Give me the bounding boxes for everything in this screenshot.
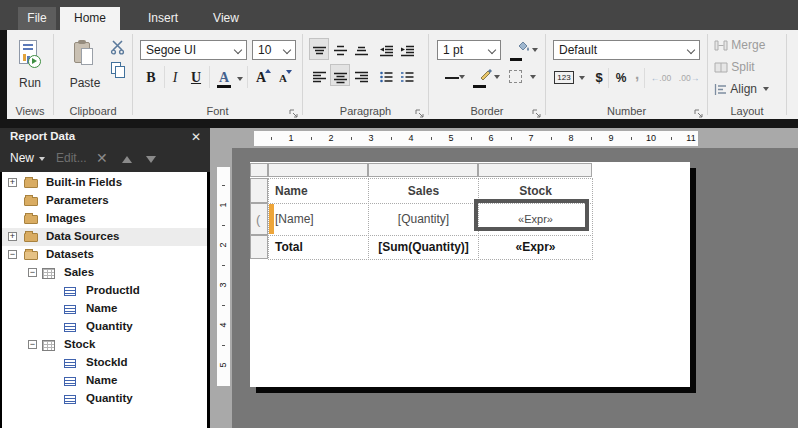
decrease-indent-button[interactable] <box>376 38 396 60</box>
align-top-button[interactable] <box>309 38 329 60</box>
tree-item-label: Built-in Fields <box>46 176 122 188</box>
font-family-combo[interactable]: Segoe UI <box>140 40 247 60</box>
tab-insert[interactable]: Insert <box>133 7 193 30</box>
tree-item-parameters[interactable]: Parameters <box>2 192 207 210</box>
expand-icon[interactable]: + <box>8 232 17 241</box>
tree-item-label: Name <box>86 302 117 314</box>
shrink-font-button[interactable]: A <box>274 66 292 90</box>
cell-total-expr[interactable]: «Expr» <box>478 235 593 260</box>
cell-detail-name[interactable]: [Name] <box>268 203 369 236</box>
paste-button[interactable]: Paste <box>64 36 106 96</box>
cell-total-sum[interactable]: [Sum(Quantity)] <box>368 235 479 260</box>
align-label: Align <box>730 82 757 96</box>
tree-item-field-stockid[interactable]: StockId <box>2 354 207 372</box>
new-button[interactable]: New <box>10 151 45 165</box>
underline-button[interactable]: U <box>186 66 206 90</box>
cell-header-name[interactable]: Name <box>268 178 369 204</box>
align-left-button[interactable] <box>309 64 329 86</box>
align-left-icon <box>313 71 326 83</box>
grow-font-button[interactable]: A <box>251 66 271 90</box>
tree-item-dataset-stock[interactable]: − Stock <box>2 336 207 354</box>
tree-item-field-productid[interactable]: ProductId <box>2 282 207 300</box>
align-bottom-button[interactable] <box>351 38 371 60</box>
tree-item-field-quantity2[interactable]: Quantity <box>2 390 207 408</box>
copy-button[interactable] <box>111 62 127 79</box>
paint-bucket-icon <box>515 40 531 53</box>
bold-button[interactable]: B <box>141 66 161 90</box>
column-handle-2[interactable] <box>368 163 478 177</box>
tab-view[interactable]: View <box>200 7 252 30</box>
row-handle-detail[interactable]: ( <box>250 203 268 235</box>
run-icon <box>19 40 41 68</box>
group-label-font: Font <box>133 105 302 117</box>
bullets-button[interactable] <box>376 64 396 86</box>
number-format-combo[interactable]: Default <box>553 40 700 60</box>
cell-total-label[interactable]: Total <box>268 235 369 260</box>
number-format-value: Default <box>559 43 597 57</box>
column-handle-1[interactable] <box>268 163 368 177</box>
border-color-button[interactable] <box>471 66 501 88</box>
align-middle-button[interactable] <box>330 38 350 60</box>
tree-item-data-sources[interactable]: + Data Sources <box>2 228 207 246</box>
tree-item-field-quantity[interactable]: Quantity <box>2 318 207 336</box>
report-page[interactable]: ( Name Sales Stock [Name] [Quantity] «Ex… <box>250 162 690 387</box>
edit-button[interactable]: Edit... <box>56 151 87 165</box>
tree-item-images[interactable]: Images <box>2 210 207 228</box>
decrease-decimal-button[interactable]: ←.00 <box>648 68 674 92</box>
row-handle-header[interactable] <box>250 178 268 203</box>
report-data-header: Report Data ✕ <box>0 128 210 147</box>
expand-icon[interactable]: + <box>8 178 17 187</box>
close-icon[interactable]: ✕ <box>191 130 201 144</box>
font-color-button[interactable]: A <box>213 66 235 90</box>
border-style-button[interactable] <box>437 66 467 88</box>
collapse-icon[interactable]: − <box>28 340 37 349</box>
line-style-icon <box>445 77 459 79</box>
paragraph-dialog-launcher[interactable] <box>415 105 425 115</box>
tree-item-built-in-fields[interactable]: + Built-in Fields <box>2 174 207 192</box>
merge-button[interactable]: Merge <box>714 37 765 55</box>
numbering-icon <box>401 71 414 83</box>
percent-button[interactable]: % <box>612 68 630 92</box>
tree-item-dataset-sales[interactable]: − Sales <box>2 264 207 282</box>
tree-item-field-name[interactable]: Name <box>2 300 207 318</box>
italic-button[interactable]: I <box>167 66 183 90</box>
tab-home[interactable]: Home <box>60 7 120 30</box>
thousands-separator-button[interactable]: , <box>632 64 642 88</box>
collapse-icon[interactable]: − <box>28 268 37 277</box>
increase-indent-button[interactable] <box>397 38 417 60</box>
number-general-button[interactable]: 123 <box>552 68 586 88</box>
row-handle-total[interactable] <box>250 235 268 259</box>
tab-file[interactable]: File <box>18 7 56 30</box>
tree-item-label: Images <box>46 212 86 224</box>
border-width-combo[interactable]: 1 pt <box>437 40 501 60</box>
increase-decimal-button[interactable]: .00→ <box>676 68 702 92</box>
move-up-button[interactable] <box>122 156 132 163</box>
align-middle-icon <box>334 45 347 57</box>
tree-item-datasets[interactable]: − Datasets <box>2 246 207 264</box>
border-dialog-launcher[interactable] <box>532 105 542 115</box>
fill-color-button[interactable] <box>507 39 539 61</box>
font-color-dropdown[interactable] <box>235 66 245 90</box>
delete-button[interactable]: ✕ <box>96 150 108 166</box>
run-button[interactable]: Run <box>9 36 51 96</box>
font-size-combo[interactable]: 10 <box>252 40 296 60</box>
split-button[interactable]: Split <box>714 59 755 77</box>
column-handle-3[interactable] <box>478 163 592 177</box>
borders-picker-button[interactable] <box>505 66 539 88</box>
number-dialog-launcher[interactable] <box>694 105 704 115</box>
cell-header-sales[interactable]: Sales <box>368 178 479 204</box>
cell-detail-quantity[interactable]: [Quantity] <box>368 203 479 236</box>
currency-button[interactable]: $ <box>592 68 606 92</box>
tree-item-field-name2[interactable]: Name <box>2 372 207 390</box>
align-center-button[interactable] <box>330 64 350 86</box>
tablix-corner-handle[interactable] <box>250 163 268 177</box>
font-dialog-launcher[interactable] <box>289 105 299 115</box>
report-builder-window: File Home Insert View Run Views Paste <box>0 0 798 428</box>
align-right-button[interactable] <box>351 64 371 86</box>
align-menu-button[interactable]: Align <box>714 81 769 99</box>
collapse-icon[interactable]: − <box>8 250 17 259</box>
field-icon <box>64 323 76 332</box>
cut-button[interactable] <box>110 40 126 59</box>
numbering-button[interactable] <box>397 64 417 86</box>
move-down-button[interactable] <box>146 156 156 163</box>
